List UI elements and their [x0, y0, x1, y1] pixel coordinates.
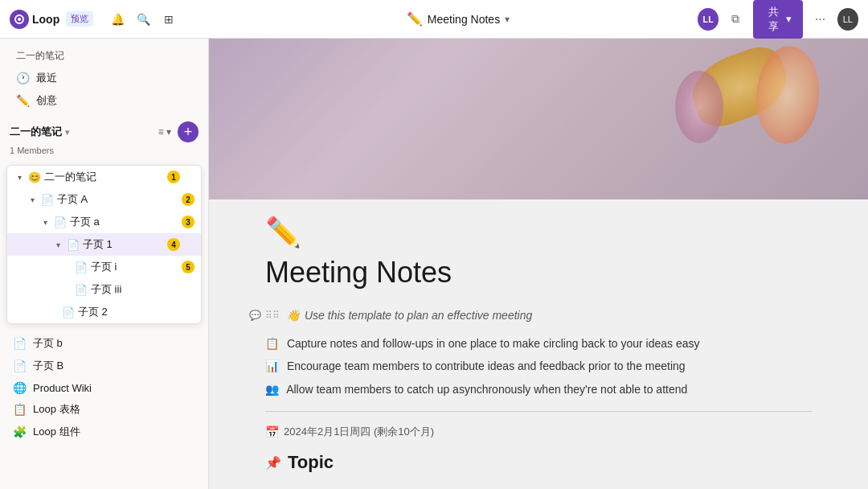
loop-table-label: Loop 表格 — [33, 402, 80, 417]
tree-item-child-2[interactable]: 📄 子页 2 — [7, 301, 201, 323]
sidebar-item-product-wiki[interactable]: 🌐 Product Wiki — [0, 377, 208, 398]
section-title-text: 二一的笔记 — [10, 125, 62, 139]
ziye-B-label: 子页 B — [33, 359, 63, 373]
notebook-name-label: 二一的笔记 — [16, 49, 64, 63]
add-page-button[interactable]: + — [178, 121, 199, 142]
component-icon: 🧩 — [13, 425, 27, 438]
tree-item-child-i[interactable]: 📄 子页 i 5 — [7, 256, 201, 278]
sidebar-top-nav: 二一的笔记 🕐 最近 ✏️ 创意 — [0, 39, 208, 115]
tree-label-a-a: 子页 a — [70, 215, 178, 229]
ziye-b-label: 子页 b — [33, 336, 63, 351]
badge-1: 1 — [167, 171, 180, 183]
template-hint-row: ⠿⠿ 👋 Use this template to plan an effect… — [265, 306, 812, 325]
bullet-3-text: Allow team members to catch up asynchron… — [286, 383, 687, 396]
comment-icon[interactable]: 💬 — [249, 310, 261, 321]
doc-title-bar[interactable]: ✏️ Meeting Notes ▾ — [407, 11, 510, 27]
bell-icon[interactable]: 🔔 — [106, 8, 129, 31]
bullet-1-icon: 📋 — [265, 337, 279, 350]
page-icon-a-a: 📄 — [54, 216, 67, 228]
copy-button[interactable]: ⧉ — [725, 8, 746, 31]
sidebar-item-recent[interactable]: 🕐 最近 — [10, 67, 199, 89]
badge-3: 3 — [182, 216, 194, 228]
drag-handle-icon[interactable]: ⠿⠿ — [265, 310, 280, 321]
bullet-2-icon: 📊 — [265, 360, 279, 372]
date-info: 📅 2024年2月1日周四 (剩余10个月) — [265, 425, 812, 439]
topic-section: 📌 Topic — [265, 452, 812, 473]
tree-item-child-1[interactable]: ▾ 📄 子页 1 4 ··· — [7, 233, 201, 256]
main-layout: 二一的笔记 🕐 最近 ✏️ 创意 二一的笔记 ▾ ≡ ▾ + 1 Members — [0, 39, 868, 489]
bullet-3: 👥 Allow team members to catch up asynchr… — [265, 380, 812, 398]
top-bar-right: LL ⧉ 共享 ▾ ··· LL — [698, 0, 858, 39]
tree-label-root: 二一的笔记 — [44, 170, 164, 184]
avatar: LL — [698, 8, 719, 31]
pencil-icon: ✏️ — [407, 11, 423, 27]
section-chevron-icon: ▾ — [65, 128, 69, 137]
tree-panel: ▾ 😊 二一的笔记 1 ··· ▾ 📄 子页 A 2 ▾ 📄 子页 a 3 — [6, 165, 202, 324]
content-area: ✏️ Meeting Notes ⠿⠿ 👋 Use this template … — [209, 39, 868, 489]
page-icon-i: 📄 — [75, 261, 88, 273]
recent-label: 最近 — [36, 71, 57, 85]
toggle-a-a[interactable]: ▾ — [39, 216, 51, 228]
hand-icon: 👋 — [286, 309, 300, 322]
tree-label-i: 子页 i — [91, 260, 178, 274]
sidebar-section-header: 二一的笔记 ▾ ≡ ▾ + — [0, 115, 208, 144]
user-initials: LL — [837, 8, 858, 31]
tree-label-a: 子页 A — [57, 192, 178, 207]
table-icon: 📋 — [13, 403, 27, 416]
sidebar-list: 📄 子页 b 📄 子页 B 🌐 Product Wiki 📋 Loop 表格 🧩… — [0, 329, 208, 489]
share-button[interactable]: 共享 ▾ — [753, 0, 804, 39]
document-title: Meeting Notes — [265, 256, 812, 290]
sidebar-item-creative[interactable]: ✏️ 创意 — [10, 89, 199, 112]
loop-component-label: Loop 组件 — [33, 425, 80, 439]
template-hint-text: Use this template to plan an effective m… — [305, 309, 532, 322]
loop-logo[interactable]: Loop — [10, 10, 59, 29]
search-icon[interactable]: 🔍 — [132, 8, 154, 31]
sidebar: 二一的笔记 🕐 最近 ✏️ 创意 二一的笔记 ▾ ≡ ▾ + 1 Members — [0, 39, 209, 489]
page-icon-B-large: 📄 — [13, 360, 27, 372]
badge-5: 5 — [182, 261, 194, 273]
bullet-3-icon: 👥 — [265, 383, 279, 396]
tree-item-child-a[interactable]: ▾ 📄 子页 A 2 — [7, 188, 201, 211]
toggle-a[interactable]: ▾ — [27, 194, 38, 205]
divider — [265, 411, 812, 412]
more-button[interactable]: ··· — [809, 8, 830, 31]
top-bar-center: ✏️ Meeting Notes ▾ — [219, 11, 698, 27]
product-wiki-label: Product Wiki — [33, 382, 92, 394]
tree-label-1: 子页 1 — [83, 237, 164, 252]
calendar-icon: 📅 — [265, 425, 279, 438]
bullet-2: 📊 Encourage team members to contribute i… — [265, 357, 812, 375]
sidebar-item-loop-table[interactable]: 📋 Loop 表格 — [0, 398, 208, 421]
grid-icon[interactable]: ⊞ — [158, 8, 180, 31]
top-bar: Loop 预览 🔔 🔍 ⊞ ✏️ Meeting Notes ▾ LL ⧉ 共享… — [0, 0, 868, 39]
members-count: 1 Members — [0, 144, 208, 160]
pin-icon: 📌 — [265, 455, 281, 471]
sidebar-item-ziye-B[interactable]: 📄 子页 B — [0, 355, 208, 377]
bullet-1-text: Capture notes and follow-ups in one plac… — [287, 337, 700, 350]
template-hint: 👋 Use this template to plan an effective… — [286, 309, 532, 322]
sort-button[interactable]: ≡ ▾ — [155, 122, 174, 142]
topic-label: Topic — [288, 452, 334, 473]
tree-item-child-iii[interactable]: 📄 子页 iii — [7, 278, 201, 301]
sidebar-item-loop-component[interactable]: 🧩 Loop 组件 — [0, 421, 208, 443]
doc-pencil-icon: ✏️ — [265, 216, 812, 249]
doc-title: Meeting Notes — [428, 13, 500, 26]
tree-label-2: 子页 2 — [78, 305, 194, 319]
tree-item-child-a-a[interactable]: ▾ 📄 子页 a 3 — [7, 211, 201, 233]
page-icon-2: 📄 — [62, 306, 75, 318]
toggle-1[interactable]: ▾ — [52, 239, 63, 250]
sidebar-item-ziye-b[interactable]: 📄 子页 b — [0, 332, 208, 355]
app-name: Loop — [32, 13, 59, 26]
page-icon-b-small: 📄 — [13, 337, 27, 350]
badge-4: 4 — [167, 238, 180, 251]
page-icon-1: 📄 — [67, 239, 80, 251]
cover-decoration-3 — [675, 71, 723, 143]
share-chevron-icon: ▾ — [786, 13, 792, 25]
preview-badge: 预览 — [66, 11, 93, 27]
section-title-button[interactable]: 二一的笔记 ▾ — [10, 125, 69, 139]
emoji-notebook-icon: 😊 — [28, 171, 41, 183]
tree-label-iii: 子页 iii — [91, 282, 194, 297]
tree-item-root[interactable]: ▾ 😊 二一的笔记 1 ··· — [7, 166, 201, 188]
share-label: 共享 — [764, 5, 784, 34]
pencil-nav-icon: ✏️ — [16, 94, 30, 107]
toggle-root[interactable]: ▾ — [14, 171, 25, 183]
